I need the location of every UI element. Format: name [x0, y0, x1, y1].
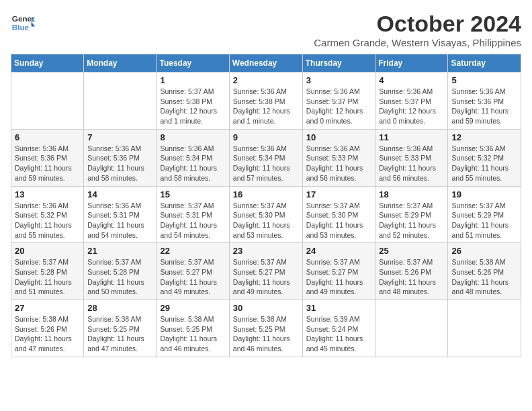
- day-info: Sunrise: 5:36 AM Sunset: 5:33 PM Dayligh…: [379, 144, 444, 183]
- calendar-cell: 4Sunrise: 5:36 AM Sunset: 5:37 PM Daylig…: [375, 73, 448, 130]
- day-info: Sunrise: 5:37 AM Sunset: 5:31 PM Dayligh…: [160, 201, 225, 240]
- month-title: October 2024: [314, 11, 521, 37]
- calendar-cell: 30Sunrise: 5:38 AM Sunset: 5:25 PM Dayli…: [229, 300, 302, 357]
- day-number: 9: [233, 132, 299, 142]
- calendar-cell: 22Sunrise: 5:37 AM Sunset: 5:27 PM Dayli…: [157, 243, 229, 300]
- calendar-cell: 25Sunrise: 5:37 AM Sunset: 5:26 PM Dayli…: [375, 243, 448, 300]
- day-info: Sunrise: 5:37 AM Sunset: 5:28 PM Dayligh…: [87, 257, 152, 297]
- day-info: Sunrise: 5:36 AM Sunset: 5:33 PM Dayligh…: [306, 144, 372, 183]
- calendar-cell: 21Sunrise: 5:37 AM Sunset: 5:28 PM Dayli…: [84, 243, 157, 300]
- weekday-header-thursday: Thursday: [302, 54, 375, 73]
- calendar-cell: 9Sunrise: 5:36 AM Sunset: 5:34 PM Daylig…: [229, 129, 302, 186]
- logo: General Blue: [11, 11, 35, 35]
- calendar-cell: 14Sunrise: 5:36 AM Sunset: 5:31 PM Dayli…: [84, 186, 157, 243]
- calendar-cell: 7Sunrise: 5:36 AM Sunset: 5:36 PM Daylig…: [84, 129, 157, 186]
- day-info: Sunrise: 5:38 AM Sunset: 5:25 PM Dayligh…: [87, 314, 152, 354]
- day-number: 8: [160, 132, 225, 142]
- day-number: 3: [306, 75, 372, 85]
- calendar-cell: 12Sunrise: 5:36 AM Sunset: 5:32 PM Dayli…: [448, 129, 521, 186]
- day-info: Sunrise: 5:36 AM Sunset: 5:36 PM Dayligh…: [87, 144, 152, 183]
- calendar-cell: 11Sunrise: 5:36 AM Sunset: 5:33 PM Dayli…: [375, 129, 448, 186]
- day-number: 10: [306, 132, 372, 142]
- day-number: 19: [451, 189, 517, 199]
- calendar-cell: 23Sunrise: 5:37 AM Sunset: 5:27 PM Dayli…: [229, 243, 302, 300]
- day-number: 2: [233, 75, 299, 85]
- calendar-cell: 18Sunrise: 5:37 AM Sunset: 5:29 PM Dayli…: [375, 186, 448, 243]
- day-number: 22: [160, 246, 225, 256]
- day-number: 21: [87, 246, 152, 256]
- title-block: October 2024 Carmen Grande, Western Visa…: [314, 11, 521, 48]
- day-number: 24: [306, 246, 372, 256]
- calendar-cell: 26Sunrise: 5:38 AM Sunset: 5:26 PM Dayli…: [448, 243, 521, 300]
- calendar-cell: 27Sunrise: 5:38 AM Sunset: 5:26 PM Dayli…: [11, 300, 84, 357]
- day-info: Sunrise: 5:37 AM Sunset: 5:30 PM Dayligh…: [233, 201, 299, 240]
- day-number: 13: [15, 189, 80, 199]
- calendar-cell: 8Sunrise: 5:36 AM Sunset: 5:34 PM Daylig…: [157, 129, 229, 186]
- day-number: 25: [379, 246, 444, 256]
- calendar-cell: 24Sunrise: 5:37 AM Sunset: 5:27 PM Dayli…: [302, 243, 375, 300]
- calendar-week-1: 1Sunrise: 5:37 AM Sunset: 5:38 PM Daylig…: [11, 73, 521, 130]
- day-info: Sunrise: 5:36 AM Sunset: 5:31 PM Dayligh…: [87, 201, 152, 240]
- calendar-cell: 1Sunrise: 5:37 AM Sunset: 5:38 PM Daylig…: [157, 73, 229, 130]
- day-info: Sunrise: 5:39 AM Sunset: 5:24 PM Dayligh…: [306, 314, 372, 354]
- day-info: Sunrise: 5:36 AM Sunset: 5:36 PM Dayligh…: [451, 87, 517, 126]
- calendar-cell: 16Sunrise: 5:37 AM Sunset: 5:30 PM Dayli…: [229, 186, 302, 243]
- day-info: Sunrise: 5:38 AM Sunset: 5:26 PM Dayligh…: [15, 314, 80, 354]
- day-info: Sunrise: 5:37 AM Sunset: 5:27 PM Dayligh…: [160, 257, 225, 297]
- day-number: 7: [87, 132, 152, 142]
- weekday-header-wednesday: Wednesday: [229, 54, 302, 73]
- day-number: 31: [306, 303, 372, 313]
- calendar-cell: 15Sunrise: 5:37 AM Sunset: 5:31 PM Dayli…: [157, 186, 229, 243]
- day-number: 4: [379, 75, 444, 85]
- day-number: 12: [451, 132, 517, 142]
- calendar-cell: 29Sunrise: 5:38 AM Sunset: 5:25 PM Dayli…: [157, 300, 229, 357]
- day-info: Sunrise: 5:36 AM Sunset: 5:34 PM Dayligh…: [160, 144, 225, 183]
- location-subtitle: Carmen Grande, Western Visayas, Philippi…: [314, 37, 521, 48]
- page-header: General Blue October 2024 Carmen Grande,…: [11, 11, 521, 48]
- day-number: 28: [87, 303, 152, 313]
- calendar-cell: 28Sunrise: 5:38 AM Sunset: 5:25 PM Dayli…: [84, 300, 157, 357]
- day-info: Sunrise: 5:36 AM Sunset: 5:34 PM Dayligh…: [233, 144, 299, 183]
- day-number: 26: [451, 246, 517, 256]
- calendar-cell: 3Sunrise: 5:36 AM Sunset: 5:37 PM Daylig…: [302, 73, 375, 130]
- calendar-week-4: 20Sunrise: 5:37 AM Sunset: 5:28 PM Dayli…: [11, 243, 521, 300]
- calendar-week-3: 13Sunrise: 5:36 AM Sunset: 5:32 PM Dayli…: [11, 186, 521, 243]
- day-number: 14: [87, 189, 152, 199]
- calendar-cell: 5Sunrise: 5:36 AM Sunset: 5:36 PM Daylig…: [448, 73, 521, 130]
- day-info: Sunrise: 5:36 AM Sunset: 5:32 PM Dayligh…: [451, 144, 517, 183]
- day-number: 6: [15, 132, 80, 142]
- calendar-cell: 13Sunrise: 5:36 AM Sunset: 5:32 PM Dayli…: [11, 186, 84, 243]
- day-number: 15: [160, 189, 225, 199]
- logo-icon: General Blue: [11, 11, 35, 35]
- day-info: Sunrise: 5:37 AM Sunset: 5:30 PM Dayligh…: [306, 201, 372, 240]
- day-number: 18: [379, 189, 444, 199]
- svg-text:Blue: Blue: [12, 23, 30, 32]
- calendar-cell: 19Sunrise: 5:37 AM Sunset: 5:29 PM Dayli…: [448, 186, 521, 243]
- calendar-cell: 31Sunrise: 5:39 AM Sunset: 5:24 PM Dayli…: [302, 300, 375, 357]
- day-info: Sunrise: 5:37 AM Sunset: 5:29 PM Dayligh…: [451, 201, 517, 240]
- weekday-header-sunday: Sunday: [11, 54, 84, 73]
- calendar-cell: 20Sunrise: 5:37 AM Sunset: 5:28 PM Dayli…: [11, 243, 84, 300]
- day-number: 5: [451, 75, 517, 85]
- day-number: 16: [233, 189, 299, 199]
- weekday-header-row: SundayMondayTuesdayWednesdayThursdayFrid…: [11, 54, 521, 73]
- calendar-cell: 17Sunrise: 5:37 AM Sunset: 5:30 PM Dayli…: [302, 186, 375, 243]
- day-info: Sunrise: 5:38 AM Sunset: 5:25 PM Dayligh…: [233, 314, 299, 354]
- calendar-week-2: 6Sunrise: 5:36 AM Sunset: 5:36 PM Daylig…: [11, 129, 521, 186]
- calendar-table: SundayMondayTuesdayWednesdayThursdayFrid…: [11, 54, 521, 357]
- day-info: Sunrise: 5:38 AM Sunset: 5:25 PM Dayligh…: [160, 314, 225, 354]
- calendar-week-5: 27Sunrise: 5:38 AM Sunset: 5:26 PM Dayli…: [11, 300, 521, 357]
- day-number: 30: [233, 303, 299, 313]
- day-number: 17: [306, 189, 372, 199]
- day-info: Sunrise: 5:37 AM Sunset: 5:38 PM Dayligh…: [160, 87, 225, 126]
- weekday-header-monday: Monday: [84, 54, 157, 73]
- calendar-cell: 2Sunrise: 5:36 AM Sunset: 5:38 PM Daylig…: [229, 73, 302, 130]
- weekday-header-saturday: Saturday: [448, 54, 521, 73]
- day-info: Sunrise: 5:37 AM Sunset: 5:27 PM Dayligh…: [306, 257, 372, 297]
- day-number: 11: [379, 132, 444, 142]
- day-number: 29: [160, 303, 225, 313]
- day-info: Sunrise: 5:37 AM Sunset: 5:26 PM Dayligh…: [379, 257, 444, 297]
- calendar-cell: [84, 73, 157, 130]
- calendar-cell: 6Sunrise: 5:36 AM Sunset: 5:36 PM Daylig…: [11, 129, 84, 186]
- day-info: Sunrise: 5:36 AM Sunset: 5:37 PM Dayligh…: [306, 87, 372, 126]
